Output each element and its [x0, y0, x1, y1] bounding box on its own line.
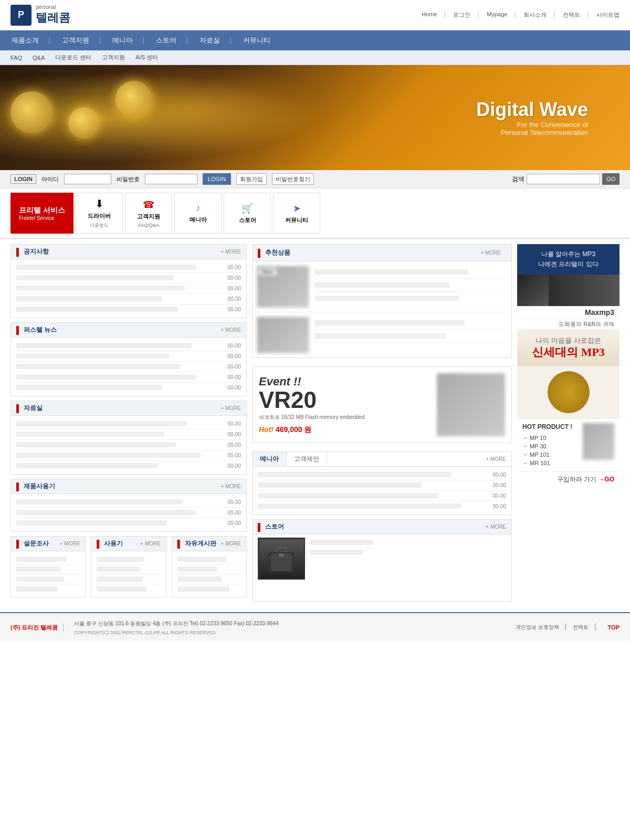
- tab-customer[interactable]: 고객제안: [287, 452, 327, 466]
- footer-link-contact[interactable]: 컨택트: [573, 624, 589, 631]
- list-item[interactable]: [97, 564, 160, 574]
- logo: P personal 텔레콤: [10, 4, 70, 26]
- user-review-more[interactable]: + MORE: [140, 541, 161, 547]
- list-item[interactable]: [16, 574, 80, 584]
- list-item[interactable]: [16, 554, 80, 564]
- list-item[interactable]: [177, 564, 241, 574]
- list-item[interactable]: 00-00: [16, 429, 241, 440]
- list-item[interactable]: [97, 554, 160, 564]
- nav-store[interactable]: 스토어: [144, 30, 188, 50]
- list-item[interactable]: 00-00: [258, 491, 506, 501]
- search-input[interactable]: [527, 174, 600, 184]
- list-item[interactable]: 00-00: [16, 362, 241, 372]
- sub-nav-faq[interactable]: FAQ: [10, 55, 22, 61]
- free-board-more[interactable]: + MORE: [220, 541, 241, 547]
- product-row[interactable]: [314, 317, 507, 330]
- sub-nav-as[interactable]: A/S 센터: [135, 54, 158, 61]
- list-item[interactable]: 00-00: [16, 341, 241, 351]
- list-item[interactable]: 00-00: [16, 273, 241, 284]
- quick-mania[interactable]: ♪ 메니아: [174, 193, 222, 234]
- nav-products[interactable]: 제품소개: [0, 30, 50, 50]
- list-item[interactable]: [97, 584, 160, 594]
- list-item[interactable]: 00-00: [258, 480, 506, 491]
- quick-support[interactable]: ☎ 고객지원 FAQ/Q&A: [125, 193, 172, 234]
- user-review-section: 사용기 + MORE: [91, 536, 166, 597]
- list-item[interactable]: [97, 574, 160, 584]
- list-item[interactable]: [16, 584, 80, 594]
- login-button[interactable]: LOGIN: [203, 173, 231, 185]
- quick-driver[interactable]: ⬇ 드라이버 다운로드: [76, 193, 123, 234]
- register-button[interactable]: 회원가입: [236, 173, 267, 185]
- list-item[interactable]: 00-00: [16, 461, 241, 471]
- product-row[interactable]: [314, 292, 507, 305]
- list-item[interactable]: [310, 538, 373, 548]
- product-row[interactable]: [314, 279, 507, 292]
- list-item[interactable]: 00-00: [16, 304, 241, 314]
- hot-item-3[interactable]: MP 101: [522, 450, 583, 459]
- top-nav-mypage[interactable]: Mypage: [487, 11, 507, 19]
- driver-sub: 다운로드: [90, 222, 109, 229]
- list-item[interactable]: 00-00: [16, 351, 241, 362]
- product-list-2: [314, 317, 507, 353]
- list-item[interactable]: 00-00: [16, 372, 241, 383]
- list-item[interactable]: 00-00: [258, 470, 506, 480]
- go-arrow: →GO: [598, 476, 614, 483]
- top-link[interactable]: TOP: [608, 624, 620, 631]
- top-nav-sitemap[interactable]: 사이트맵: [596, 11, 620, 19]
- hot-item-4[interactable]: MR 101: [522, 459, 583, 467]
- news-more[interactable]: + MORE: [220, 327, 241, 333]
- nav-resources[interactable]: 자료실: [188, 30, 232, 50]
- sub-nav-download[interactable]: 다운로드 센터: [55, 54, 91, 61]
- product-row[interactable]: [314, 330, 507, 343]
- mania-more[interactable]: + MORE: [480, 454, 511, 465]
- notice-section: 공지사항 + MORE 00-00 00-00 00-00 00-00 00-0…: [10, 244, 247, 318]
- store-content: [253, 534, 511, 583]
- list-item[interactable]: [16, 564, 80, 574]
- quick-community[interactable]: ➤ 커뮤니티: [273, 193, 320, 234]
- find-pw-button[interactable]: 비밀번호찾기: [272, 173, 314, 185]
- list-item[interactable]: 00-00: [16, 419, 241, 429]
- quick-store[interactable]: 🛒 스토어: [224, 193, 271, 234]
- event-desc: 세계최초 16/32 MB Flash memory embedded: [259, 414, 432, 421]
- survey-more[interactable]: + MORE: [60, 541, 80, 547]
- featured-more[interactable]: + MORE: [475, 247, 506, 258]
- banner-circles: [10, 76, 152, 139]
- tab-mania[interactable]: 메니아: [253, 452, 287, 466]
- top-nav-home[interactable]: Home: [422, 11, 437, 19]
- list-item[interactable]: [177, 554, 241, 564]
- top-nav-login[interactable]: 로그인: [453, 11, 470, 19]
- list-item[interactable]: 00-00: [16, 440, 241, 450]
- ad-go[interactable]: 구입하러 가기 →GO: [517, 471, 620, 487]
- id-input[interactable]: [64, 174, 111, 184]
- nav-community[interactable]: 커뮤니티: [232, 30, 282, 50]
- list-item[interactable]: 00-00: [16, 518, 241, 528]
- product-row[interactable]: [314, 266, 507, 279]
- sub-nav-support[interactable]: 고객지원: [102, 54, 125, 61]
- top-nav-contact[interactable]: 컨택트: [563, 11, 580, 19]
- hot-item-1[interactable]: MP 10: [522, 434, 583, 442]
- list-item[interactable]: 00-00: [16, 497, 241, 508]
- footer-link-privacy[interactable]: 개인정보 보호정책: [516, 624, 559, 631]
- top-nav-about[interactable]: 회사소개: [523, 11, 547, 19]
- news-row: 퍼스텔 뉴스 + MORE 00-00 00-00 00-00 00-00 00…: [10, 322, 247, 396]
- nav-support[interactable]: 고객지원: [50, 30, 101, 50]
- notice-more[interactable]: + MORE: [220, 249, 241, 255]
- pw-input[interactable]: [145, 174, 197, 184]
- data-more[interactable]: + MORE: [220, 405, 241, 411]
- sub-nav-qa[interactable]: Q&A: [33, 55, 45, 61]
- list-item[interactable]: [310, 548, 373, 557]
- list-item[interactable]: 00-00: [16, 294, 241, 304]
- list-item[interactable]: 00-00: [16, 508, 241, 518]
- search-go-button[interactable]: GO: [602, 173, 620, 185]
- list-item[interactable]: 00-00: [16, 383, 241, 393]
- product-use-more[interactable]: + MORE: [220, 484, 241, 489]
- store-more[interactable]: + MORE: [486, 524, 506, 530]
- list-item[interactable]: 00-00: [16, 284, 241, 294]
- list-item[interactable]: 00-00: [16, 262, 241, 273]
- nav-mania[interactable]: 메니아: [101, 30, 144, 50]
- list-item[interactable]: 00-00: [16, 450, 241, 461]
- list-item[interactable]: [177, 574, 241, 584]
- list-item[interactable]: 00-00: [258, 501, 506, 511]
- list-item[interactable]: [177, 584, 241, 594]
- hot-item-2[interactable]: MP 30: [522, 442, 583, 450]
